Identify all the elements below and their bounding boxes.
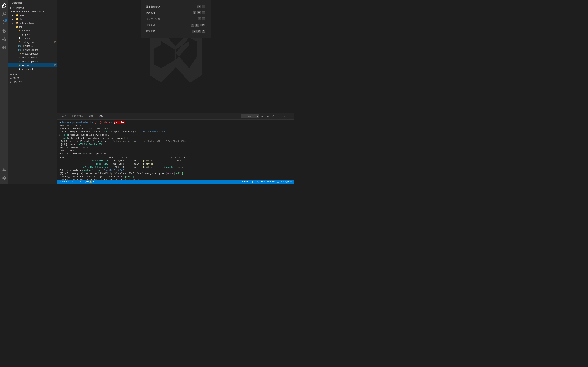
node-modules-icon: 📦 (15, 22, 18, 24)
tree-item-yarn-error[interactable]: ▶ 📋 yarn-error.log (9, 67, 57, 71)
shortcut-label: 显示所有命令 (146, 5, 160, 8)
timeline-group[interactable]: ▶ 时间线 (9, 76, 57, 80)
folder-chevron: ▶ (12, 14, 15, 16)
md-en-icon: M↓ (18, 48, 21, 51)
outline-group[interactable]: ▶ 大纲 (9, 72, 57, 76)
iceworks-status[interactable]: Iceworks (266, 180, 276, 184)
tab-output[interactable]: 输出 (59, 114, 69, 119)
file-tree: ▼ TEST-WEBPACK-OPTIMIZATION ▶ 📁 .gitee ▶… (9, 10, 57, 184)
git-branch-icon: ⑂ (60, 180, 61, 183)
shortcut-keys: ^ H (198, 17, 205, 20)
tree-item-webpack-dev[interactable]: ▶ ⚙ webpack.dev.js U (9, 56, 57, 59)
timeline-label: 时间线 (13, 76, 19, 80)
extensions-icon[interactable] (0, 35, 9, 43)
key-t: T (202, 30, 205, 33)
minimize-panel-button[interactable]: ∨ (282, 114, 287, 119)
tree-item-gitee[interactable]: ▶ 📁 .gitee (9, 13, 57, 17)
tree-item-webpack-base[interactable]: ▶ JS webpack.base.js U (9, 52, 57, 56)
modified-badge: M (54, 41, 56, 43)
folder-chevron: ▶ (12, 18, 15, 20)
tree-item-package-json[interactable]: ▶ {} package.json M (9, 40, 57, 44)
project-chevron: ▼ (10, 11, 12, 13)
untracked-badge: U (55, 53, 56, 55)
git-branch-label: master* (62, 180, 69, 183)
key-diamond: ◇ (193, 11, 196, 14)
untracked-badge: U (55, 57, 56, 58)
tree-item-license[interactable]: ▶ 📄 LICENSE (9, 36, 57, 40)
kill-terminal-button[interactable]: 🗑 (271, 114, 276, 119)
key-diamond: ◇ (191, 24, 194, 26)
search-icon[interactable] (0, 10, 9, 18)
run-icon[interactable] (0, 26, 9, 35)
split-terminal-button[interactable]: ⊟ (265, 114, 270, 119)
key-f11: F11 (200, 24, 205, 26)
npm-chevron: ▶ (10, 81, 12, 83)
tree-item-src[interactable]: ▶ 📁 src (9, 25, 57, 29)
npm-scripts-group[interactable]: ▶ NPM 脚本 (9, 80, 57, 84)
sidebar: 资源管理器 ··· ▶ 打开的编辑器 ▼ TEST-WEBPACK-OPTIMI… (9, 0, 57, 184)
dist-folder-icon: 📁 (15, 18, 18, 20)
settings-icon[interactable] (0, 174, 9, 182)
project-name: TEST-WEBPACK-OPTIMIZATION (13, 10, 45, 13)
terminal-table-header: Asset Size Chunks Chunk Names (60, 156, 292, 159)
main-area: 显示所有命令 ⌘ 3 转到文件 ◇ ⌘ R 在文件中查找 ^ H (57, 0, 294, 184)
tree-item-webpack-prod[interactable]: ▶ ⚙ webpack.prod.js U (9, 59, 57, 63)
tree-item-readme[interactable]: ▶ M↓ README.md (9, 44, 57, 48)
tree-item-label: .gitignore (22, 33, 57, 36)
explorer-icon[interactable] (0, 1, 9, 10)
tree-item-yarn-lock[interactable]: ▶ 🔒 yarn.lock M (9, 63, 57, 67)
project-section[interactable]: ▼ TEST-WEBPACK-OPTIMIZATION (9, 10, 57, 13)
key-option: ⌥ (192, 30, 197, 33)
tab-problems[interactable]: 问题 (86, 114, 96, 119)
account-icon[interactable] (0, 165, 9, 174)
shortcut-label: 在文件中查找 (146, 17, 160, 20)
tab-terminal[interactable]: 终端 (96, 114, 106, 119)
modified-badge: M (54, 64, 56, 66)
tree-item-label: README.md (22, 45, 57, 47)
maximize-panel-button[interactable]: ∧ (277, 114, 281, 119)
git-branch-status[interactable]: ⑂ master* (59, 180, 70, 184)
source-control-icon[interactable]: 0 (0, 18, 9, 26)
warning-icon: ⚠ (76, 180, 78, 183)
key-cmd: ⌘ (197, 11, 201, 14)
tree-item-dist[interactable]: ▶ 📁 dist (9, 17, 57, 21)
gitee-folder-icon: 📁 (15, 14, 18, 17)
term-branch-name: master (101, 121, 109, 124)
json-validation-status[interactable]: ✓ json (241, 180, 249, 184)
info-icon: ↑ (81, 180, 82, 183)
tree-item-node-modules[interactable]: ▶ 📦 node_modules (9, 21, 57, 25)
sidebar-header: 资源管理器 ··· (9, 0, 57, 6)
tree-item-babelrc[interactable]: ▶ B .babelrc (9, 29, 57, 33)
key-cmd: ⌘ (197, 30, 201, 33)
shortcut-panel: 显示所有命令 ⌘ 3 转到文件 ◇ ⌘ R 在文件中查找 ^ H (141, 0, 211, 38)
shortcut-keys: ◇ ⌘ F11 (191, 24, 205, 26)
open-editors-section[interactable]: ▶ 打开的编辑器 (9, 6, 57, 10)
remote-explorer-icon[interactable] (0, 43, 9, 52)
term-path: test-webpack-optimization (62, 121, 95, 124)
sidebar-more-button[interactable]: ··· (51, 2, 54, 5)
close-panel-button[interactable]: ✕ (288, 114, 293, 119)
terminal-content[interactable]: ➜ test-webpack-optimization git:(master)… (57, 119, 294, 180)
tree-item-label: .babelrc (22, 29, 57, 32)
errors-status[interactable]: ⓪ 0 ⚠ 16 ↑ (70, 180, 84, 184)
terminal-panel: 输出 调试控制台 问题 终端 1: node + ⊟ 🗑 ∧ ∨ ✕ (57, 113, 294, 180)
tree-item-readme-en[interactable]: ▶ M↓ README.en.md (9, 48, 57, 52)
package-json-status[interactable]: ✓ package.json (249, 180, 266, 184)
shortcut-label: 切换终端 (146, 30, 155, 33)
check-icon: ✓ (250, 180, 252, 183)
triangle-icon: △ (277, 180, 279, 183)
new-terminal-button[interactable]: + (260, 114, 265, 119)
tree-item-gitignore[interactable]: ▶ ⬡ .gitignore (9, 33, 57, 36)
terminal-table-row-js: js/bundle.3bf5b8df.js 403 KiB main [emit… (60, 166, 292, 169)
bell-icon: ⓪ (85, 180, 87, 183)
problems-status[interactable]: ⓪ 0 🔔 0 (84, 180, 95, 184)
terminal-build-0: [0] multi (webpack)-dev-server/client?ht… (60, 172, 292, 175)
tree-item-label: .gitee (19, 14, 57, 17)
tab-debug-console[interactable]: 调试控制台 (69, 114, 86, 119)
key-cmd: ⌘ (195, 24, 199, 26)
npm-label: NPM 脚本 (13, 80, 23, 83)
terminal-selector[interactable]: 1: node (242, 114, 259, 118)
open-editors-label: 打开的编辑器 (13, 7, 24, 9)
time-ago-status[interactable]: △ 3.5 小时前 ↩ (276, 180, 293, 184)
status-bar: ⑂ master* ⓪ 0 ⚠ 16 ↑ ⓪ 0 🔔 0 ✓ json ✓ pa… (57, 180, 294, 184)
